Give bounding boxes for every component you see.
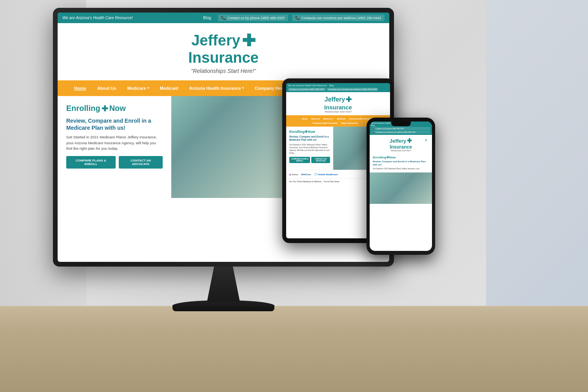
- tablet-body: Get Started in 2021 Medicare Plans! Jeff…: [289, 143, 330, 154]
- tablet-buttons: COMPARE PLANS & ENROLL CONTACT AN ADVOCA…: [289, 157, 330, 163]
- tablet-nav-medicare[interactable]: Medicare ▾: [322, 117, 335, 121]
- nav-medicare[interactable]: Medicare ▾: [122, 84, 154, 92]
- topbar-tagline: We are Arizona's Health Care Resource!: [62, 16, 199, 20]
- monitor-base: [172, 300, 274, 311]
- phone-icon-2: 📞: [372, 131, 375, 133]
- phone-headline: Review, Compare and Enroll in a Medicare…: [373, 160, 429, 167]
- nav-medicaid[interactable]: Medicaid: [154, 84, 184, 92]
- blog-link[interactable]: Blog: [203, 16, 211, 20]
- phone-contact2[interactable]: 📞 Contacta con nosotros por telefono (48…: [371, 131, 430, 134]
- logo-jeffery: Jeffery: [191, 33, 240, 49]
- tablet-nav-home[interactable]: Home: [300, 117, 309, 121]
- phone-logo[interactable]: Jeffery ✚: [371, 137, 430, 144]
- monitor-stand: [200, 267, 247, 302]
- tablet-search-icon[interactable]: 🔍: [360, 121, 365, 125]
- enrolling-text: Enrolling: [66, 104, 100, 113]
- phone-header: Jeffery ✚ Insurance "Relationships Start…: [370, 135, 432, 153]
- tablet-tagline: We are Arizona's Health Care Resource!: [288, 84, 327, 87]
- tablet-contact1[interactable]: Contact us by phone (480) 489-2937: [288, 88, 326, 91]
- phone-notch: [391, 122, 411, 126]
- hero-headline: Review, Compare and Enroll in a Medicare…: [66, 117, 163, 131]
- phone-hero-content: Enrolling✚Now Review, Compare and Enroll…: [370, 153, 432, 172]
- hero-body: Get Started in 2021 Medicare Plans! Jeff…: [66, 134, 163, 151]
- tablet-contact-btn[interactable]: CONTACT AN ADVOCATE: [311, 157, 330, 163]
- site-tagline: "Relationships Start Here!": [62, 68, 385, 74]
- tablet-nav-about[interactable]: About Us: [309, 117, 321, 121]
- tablet-contact2[interactable]: Contacta con nosotros por telefono (480)…: [327, 88, 378, 91]
- phone-screen: We are Arizona's Health Care Resource! B…: [370, 122, 432, 251]
- site-topbar: We are Arizona's Health Care Resource! B…: [58, 13, 389, 23]
- nav-about[interactable]: About Us: [92, 84, 122, 92]
- nav-arizona[interactable]: Arizona Health Insurance ▾: [184, 84, 249, 92]
- phone-logo-insurance: Insurance: [371, 144, 430, 150]
- contact-spanish-btn[interactable]: 📞 Contacta con nosotros por telefono (48…: [292, 15, 385, 21]
- tablet-header: Jeffery ✚ Insurance "Relationships Start…: [286, 92, 390, 115]
- contact1-text: Contact us by phone (480) 489-2937: [227, 16, 285, 20]
- hero-content: Enrolling ✚ Now Review, Compare and Enro…: [58, 96, 171, 198]
- aetna-logo: ψ aetna: [289, 173, 298, 176]
- hero-buttons: COMPARE PLANS & ENROLL CONTACT AN ADVOCA…: [66, 156, 163, 169]
- phone-contact1-text: Contact us by phone (480) 489-2937: [376, 128, 404, 130]
- logo-insurance: Insurance: [62, 50, 385, 66]
- tablet-enrolling: Enrolling✚Now: [289, 130, 330, 134]
- scene: We are Arizona's Health Care Resource! B…: [0, 0, 588, 392]
- aetna-text: aetna: [292, 173, 298, 176]
- tablet-logo[interactable]: Jeffery ✚: [288, 95, 388, 104]
- tablet-compare-btn[interactable]: COMPARE PLANS & ENROLL: [289, 157, 310, 163]
- tablet-nav-company[interactable]: Company Health Insurance: [311, 121, 339, 125]
- tablet-headline: Review, Compare and Enroll in a Medicare…: [289, 135, 330, 142]
- contact2-text: Contacta con nosotros por telefono (480)…: [301, 16, 381, 20]
- enrolling-logo: Enrolling ✚ Now: [66, 104, 163, 113]
- tablet-nav-help[interactable]: Help & Resources: [339, 121, 359, 125]
- logo-line2: Insurance: [188, 50, 259, 66]
- tablet-nav-medicaid[interactable]: Medicaid: [336, 117, 347, 121]
- phone-icon-2: 📞: [295, 16, 300, 20]
- nav-home[interactable]: Home: [69, 84, 92, 92]
- phone-outer: We are Arizona's Health Care Resource! B…: [367, 118, 435, 255]
- phone-icon-1: 📞: [372, 128, 375, 130]
- phone-contact2-text: Contacta con nosotros por telefono (480)…: [376, 131, 416, 133]
- phone-body: Get Started in 2021 Medicare Plans! Jeff…: [373, 168, 429, 170]
- logo-cross-icon: ✚: [242, 32, 256, 50]
- contact-phone-btn[interactable]: 📞 Contact us by phone (480) 489-2937: [218, 15, 288, 21]
- enrolling-now: Now: [109, 104, 126, 113]
- phone-icon: 📞: [221, 16, 226, 20]
- phone-contact1[interactable]: 📞 Contact us by phone (480) 489-2937: [371, 127, 430, 130]
- tablet-blog[interactable]: Blog: [329, 84, 334, 87]
- enrolling-cross-icon: ✚: [102, 104, 108, 113]
- tablet-tagline-text: "Relationships Start Here!": [288, 111, 388, 113]
- desk-surface: [0, 306, 588, 392]
- site-header: Jeffery ✚ Insurance "Relationships Start…: [58, 23, 389, 80]
- logo[interactable]: Jeffery ✚: [62, 32, 385, 50]
- phone: We are Arizona's Health Care Resource! B…: [367, 118, 435, 255]
- tablet-hero-content: Enrolling✚Now Review, Compare and Enroll…: [286, 127, 333, 170]
- hamburger-menu-icon[interactable]: ≡: [425, 138, 427, 142]
- contact-advocate-btn[interactable]: CONTACT AN ADVOCATE: [119, 156, 163, 169]
- united-logo: ⬡ United Healthcare: [314, 172, 338, 176]
- phone-hero-image: [370, 172, 432, 204]
- compare-plans-btn[interactable]: COMPARE PLANS & ENROLL: [66, 156, 116, 169]
- wellcare-logo: WellCare: [301, 173, 311, 176]
- phone-tagline-text: "Relationships Start Here!": [371, 150, 430, 152]
- tablet-logo-insurance: Insurance: [288, 104, 388, 111]
- united-text: United Healthcare: [318, 173, 338, 176]
- phone-enrolling: Enrolling✚Now: [373, 156, 429, 159]
- tablet-topbar: We are Arizona's Health Care Resource! B…: [286, 83, 390, 92]
- wellcare-text: WellCare: [301, 173, 311, 176]
